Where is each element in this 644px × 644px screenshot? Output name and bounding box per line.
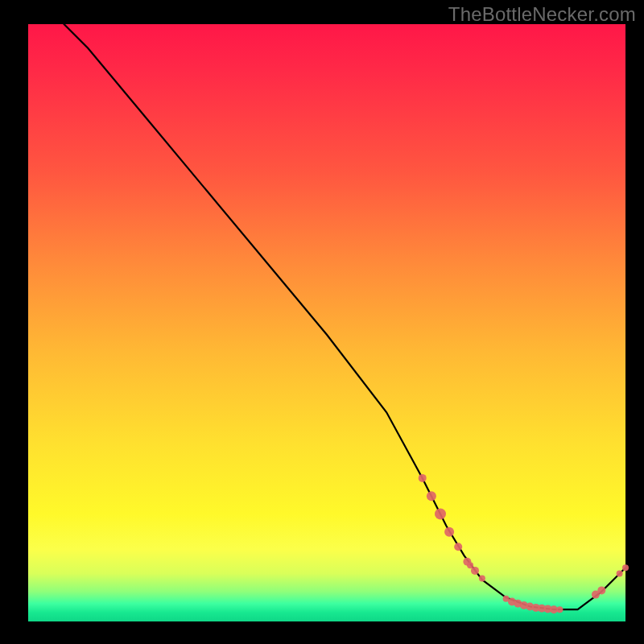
chart-marker [419,474,427,482]
chart-marker [556,606,563,613]
chart-plot-area [28,24,625,621]
chart-markers [419,474,629,613]
chart-marker [597,586,605,594]
chart-marker [444,527,454,537]
chart-marker [471,567,479,575]
chart-marker [435,508,446,519]
chart-marker [454,543,462,551]
watermark-text: TheBottleNecker.com [448,3,636,26]
chart-marker [427,491,436,501]
chart-svg [28,24,625,621]
chart-marker [617,571,623,577]
chart-curve [64,24,626,609]
chart-marker [479,576,485,582]
chart-marker [622,564,629,571]
